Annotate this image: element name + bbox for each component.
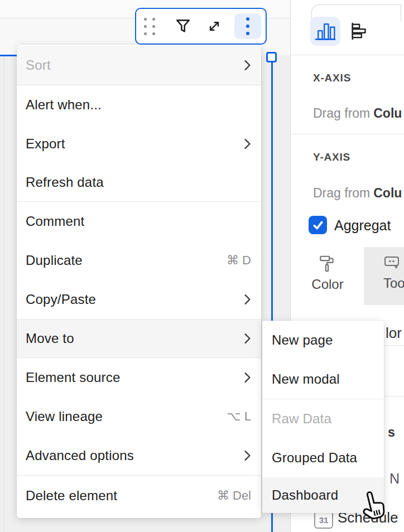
panel-text-fragment-s: s xyxy=(388,425,395,440)
menu-item-duplicate[interactable]: Duplicate ⌘ D xyxy=(17,241,261,280)
panel-divider xyxy=(291,55,404,55)
submenu-item-label: New page xyxy=(272,332,333,348)
app-window: X-AXIS Drag fromColu Y-AXIS Drag fromCol… xyxy=(0,0,404,532)
menu-item-label: Move to xyxy=(26,331,74,346)
element-toolbar xyxy=(135,8,267,45)
filter-icon xyxy=(174,17,192,35)
menu-item-advanced-options[interactable]: Advanced options xyxy=(17,436,261,475)
expand-icon xyxy=(206,18,223,35)
color-section-label-fragment: lor xyxy=(386,325,402,342)
menu-item-refresh-data[interactable]: Refresh data xyxy=(17,163,261,201)
menu-item-export[interactable]: Export xyxy=(17,124,261,163)
menu-item-label: Copy/Paste xyxy=(26,292,96,307)
checkmark-icon xyxy=(312,220,324,231)
menu-item-alert-when[interactable]: Alert when... xyxy=(17,85,261,124)
menu-item-label: Delete element xyxy=(26,488,117,504)
menu-item-label: Export xyxy=(26,136,65,152)
page-edge-divider xyxy=(4,55,4,532)
chevron-right-icon xyxy=(244,59,251,71)
chevron-right-icon xyxy=(244,449,251,462)
menu-item-label: Element source xyxy=(26,370,121,385)
chart-type-horizontal-bar-button[interactable] xyxy=(350,21,370,41)
menu-item-label: View lineage xyxy=(26,409,103,424)
schedule-calendar-icon: 31 xyxy=(314,511,333,529)
chart-type-vertical-bar-button[interactable] xyxy=(310,17,340,46)
tab-color[interactable]: Color xyxy=(291,247,364,305)
menu-item-copy-paste[interactable]: Copy/Paste xyxy=(17,280,261,319)
y-axis-title: Y-AXIS xyxy=(313,151,350,163)
element-selection-border-top xyxy=(0,55,17,56)
panel-text-fragment-n: N xyxy=(389,471,400,487)
submenu-item-label: Dashboard xyxy=(272,487,338,503)
menu-item-label: Advanced options xyxy=(26,448,134,463)
x-axis-drop-hint[interactable]: Drag fromColu xyxy=(313,106,402,121)
x-axis-title: X-AXIS xyxy=(313,72,351,84)
menu-item-view-lineage[interactable]: View lineage ⌥ L xyxy=(17,397,261,436)
kebab-dot xyxy=(246,17,249,21)
menu-item-move-to[interactable]: Move to xyxy=(17,320,261,357)
tab-color-label: Color xyxy=(311,277,343,292)
vertical-bar-chart-icon xyxy=(313,20,338,42)
menu-item-shortcut: ⌘ Del xyxy=(217,489,251,503)
submenu-item-label: Grouped Data xyxy=(272,450,357,466)
kebab-dot xyxy=(246,32,249,35)
chevron-right-icon xyxy=(244,332,251,345)
menu-item-label: Duplicate xyxy=(26,253,83,268)
paint-roller-icon xyxy=(318,254,337,273)
y-axis-hint-target: Colu xyxy=(373,186,402,200)
tooltip-icon xyxy=(383,254,401,272)
x-axis-hint-prefix: Drag from xyxy=(313,106,370,120)
menu-item-label: Refresh data xyxy=(26,175,104,190)
menu-item-sort[interactable]: Sort xyxy=(17,46,261,85)
tab-tooltip-label: Too xyxy=(383,275,404,291)
filter-button[interactable] xyxy=(171,14,195,38)
calendar-day-number: 31 xyxy=(319,515,329,525)
chevron-right-icon xyxy=(244,138,251,150)
submenu-item-label: New modal xyxy=(272,371,340,387)
y-axis-hint-prefix: Drag from xyxy=(313,186,370,200)
kebab-dot xyxy=(246,25,249,28)
aggregate-values-label: Aggregat xyxy=(334,217,391,234)
element-resize-handle[interactable] xyxy=(266,52,277,62)
menu-item-label: Comment xyxy=(26,214,84,229)
move-to-submenu: New page New modal Raw Data Grouped Data… xyxy=(262,321,384,513)
menu-item-shortcut: ⌥ L xyxy=(227,409,251,424)
menu-item-shortcut: ⌘ D xyxy=(227,253,251,268)
expand-button[interactable] xyxy=(202,14,227,38)
submenu-item-new-page[interactable]: New page xyxy=(262,321,384,360)
menu-item-delete-element[interactable]: Delete element ⌘ Del xyxy=(17,476,261,516)
submenu-item-new-modal[interactable]: New modal xyxy=(262,360,384,399)
submenu-item-label: Raw Data xyxy=(272,411,331,427)
x-axis-hint-target: Colu xyxy=(373,106,402,120)
drag-handle-icon[interactable] xyxy=(144,18,155,35)
menu-item-label: Alert when... xyxy=(26,97,102,113)
submenu-item-raw-data[interactable]: Raw Data xyxy=(262,399,384,438)
panel-divider xyxy=(291,134,404,134)
chevron-right-icon xyxy=(244,293,251,306)
tab-tooltip[interactable]: Too xyxy=(364,247,404,305)
horizontal-bar-chart-icon xyxy=(350,22,369,41)
chevron-right-icon xyxy=(244,371,251,384)
more-options-button[interactable] xyxy=(234,13,261,39)
aggregate-values-checkbox[interactable] xyxy=(309,216,327,234)
y-axis-drop-hint[interactable]: Drag fromColu xyxy=(313,186,402,201)
submenu-item-grouped-data[interactable]: Grouped Data xyxy=(262,438,384,477)
element-context-menu: Sort Alert when... Export Refresh data C… xyxy=(17,45,261,518)
menu-item-comment[interactable]: Comment xyxy=(17,202,261,241)
menu-item-element-source[interactable]: Element source xyxy=(17,358,261,397)
menu-item-label: Sort xyxy=(26,57,51,73)
